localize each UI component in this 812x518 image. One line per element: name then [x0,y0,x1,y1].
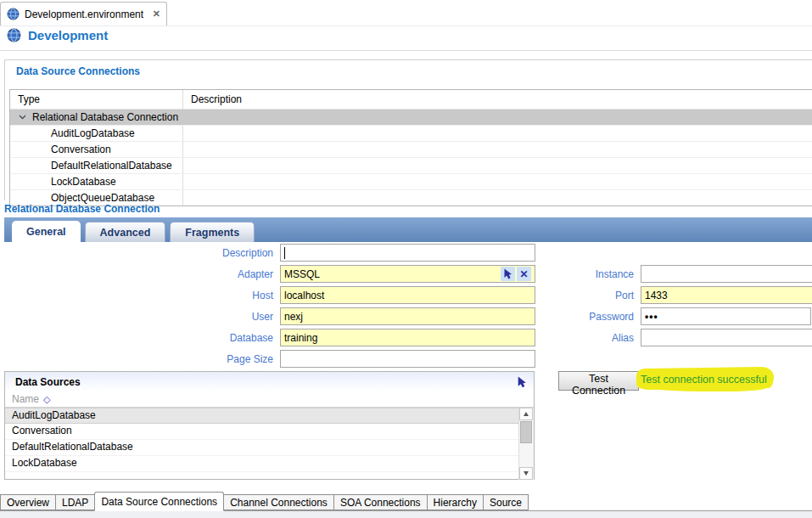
table-row[interactable]: Conversation [10,141,812,157]
test-connection-button[interactable]: Test Connection [558,371,639,391]
tab-fragments[interactable]: Fragments [170,222,255,242]
cell-type: LockDatabase [10,174,183,189]
tab-advanced[interactable]: Advanced [85,222,166,242]
tab-channel-connections[interactable]: Channel Connections [223,494,334,510]
instance-field[interactable] [641,265,812,283]
scrollbar-thumb[interactable] [520,421,532,443]
table-row[interactable]: AuditLogDatabase [10,125,812,141]
cell-description [183,142,812,157]
column-header-description[interactable]: Description [183,90,812,109]
port-field[interactable]: 1433 [641,286,812,304]
list-item[interactable]: Conversation [5,424,534,440]
data-sources-list: AuditLogDatabase Conversation DefaultRel… [5,408,534,480]
status-text: Test connection successful [641,374,767,386]
form-row-user: User nexj [0,307,535,325]
table-row[interactable]: DefaultRelationalDatabase [10,157,812,173]
tab-general[interactable]: General [12,221,81,242]
password-field[interactable]: ••• [641,307,811,325]
editor-tab-development-environment[interactable]: Development.environment ✕ [0,2,167,25]
editor-tab-label: Development.environment [25,8,143,20]
environment-editor: Development.environment ✕ Development Da… [0,0,812,518]
adapter-picker-button[interactable] [501,267,515,281]
form-row-host: Host localhost [0,286,535,304]
column-header-type[interactable]: Type [10,90,183,109]
form-row-database: Database training [0,329,535,346]
tab-hierarchy[interactable]: Hierarchy [427,494,484,510]
alias-label: Alias [535,332,641,344]
vertical-scrollbar[interactable] [518,408,534,480]
database-field[interactable]: training [280,329,535,346]
data-sources-column-header[interactable]: Name ◇ [5,391,534,408]
scroll-down-button[interactable] [519,467,533,480]
document-header: Development [7,28,108,42]
page-title: Development [28,28,108,42]
table-row-group[interactable]: Relational Database Connection [10,109,812,125]
picker-arrow-icon[interactable] [517,376,527,388]
connections-table: Type Description Relational Database Con… [9,89,812,206]
globe-icon [7,28,21,42]
password-label: Password [535,311,641,323]
picker-arrow-icon [503,268,512,279]
description-field[interactable] [280,244,535,262]
cell-description [183,174,812,189]
adapter-label: Adapter [0,268,280,280]
header-separator [0,50,812,51]
cell-description [183,126,812,141]
host-label: Host [0,290,280,301]
detail-section-title: Relational Database Connection [4,203,160,215]
close-icon[interactable]: ✕ [153,8,160,20]
form-row-port: Port 1433 [535,286,812,304]
scroll-up-button[interactable] [519,408,533,420]
cell-description [183,190,812,206]
form-row-alias: Alias [535,329,812,346]
clear-x-icon: ✕ [519,269,528,279]
cell-type: Conversation [10,142,183,157]
detail-tab-strip: General Advanced Fragments [4,217,812,242]
form-row-password: Password ••• [535,307,811,325]
tab-data-source-connections[interactable]: Data Source Connections [94,492,224,511]
sort-diamond-icon: ◇ [43,394,50,405]
user-field[interactable]: nexj [280,307,535,325]
cell-type: AuditLogDatabase [10,126,183,141]
user-label: User [0,311,280,323]
adapter-clear-button[interactable]: ✕ [517,267,531,281]
table-row[interactable]: LockDatabase [10,173,812,189]
data-source-connections-section: Data Source Connections Type Description… [4,59,812,200]
tab-overview[interactable]: Overview [0,494,56,510]
cell-description [183,158,812,173]
triangle-down-icon [524,471,529,476]
database-label: Database [0,332,280,344]
alias-field[interactable] [641,329,812,346]
bottom-tab-bar: Overview LDAP Data Source Connections Ch… [0,492,812,511]
form-row-adapter: Adapter MSSQL ✕ [0,265,535,283]
cell-description [183,110,812,125]
chevron-down-icon[interactable] [19,115,26,120]
form-row-instance: Instance [535,265,812,283]
adapter-field[interactable]: MSSQL ✕ [280,265,535,283]
section-title: Data Source Connections [16,65,140,77]
triangle-up-icon [524,412,529,416]
tab-soa-connections[interactable]: SOA Connections [333,494,428,510]
page-size-field[interactable] [280,350,535,368]
status-bar-strip [0,511,812,518]
cell-type: DefaultRelationalDatabase [10,158,183,173]
table-header-row: Type Description [10,90,812,109]
form-row-description: Description [0,244,535,262]
data-sources-header: Data Sources [5,372,534,391]
list-item[interactable]: AuditLogDatabase [5,408,534,424]
description-label: Description [0,247,280,259]
tab-source[interactable]: Source [483,494,529,510]
page-size-label: Page Size [0,353,280,365]
list-item[interactable]: LockDatabase [5,456,534,472]
group-row-label: Relational Database Connection [32,111,178,123]
data-sources-title: Data Sources [15,376,81,388]
host-field[interactable]: localhost [280,286,535,304]
text-caret [284,247,285,259]
port-label: Port [535,290,641,301]
list-item[interactable]: DefaultRelationalDatabase [5,440,534,456]
name-column-label: Name [12,393,39,405]
globe-icon [7,8,20,20]
tab-ldap[interactable]: LDAP [55,494,95,510]
instance-label: Instance [535,268,641,280]
editor-tab-bar: Development.environment ✕ [0,0,812,26]
